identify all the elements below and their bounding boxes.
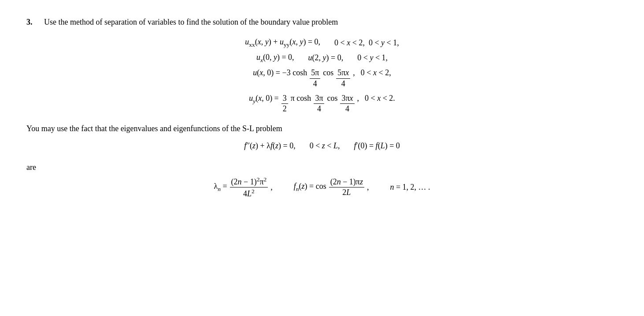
- fn-equation: fn(z) = cos (2n − 1)πz 2L ,: [294, 177, 369, 198]
- sl-range: 0 < z < L,: [310, 141, 340, 151]
- ic2-row: uy(x, 0) = 3 2 π cosh 3π 4 cos 3πx 4 , 0…: [249, 93, 395, 114]
- sl-bc: f′(0) = f(L) = 0: [354, 141, 400, 151]
- ic1-row: u(x, 0) = −3 cosh 5π 4 cos 5πx 4 , 0 < x…: [253, 68, 391, 89]
- ic2-coeff-num: 3: [281, 93, 288, 104]
- fn-frac-num: (2n − 1)πz: [329, 177, 364, 187]
- bc2: u(2, y) = 0,: [308, 53, 344, 62]
- ic1-cos-frac-den: 4: [340, 79, 347, 89]
- problem-intro: Use the method of separation of variable…: [44, 18, 338, 27]
- eigenvalues-row: λn = (2n − 1)2π2 4L2 , fn(z) = cos (2n −…: [26, 176, 618, 199]
- sl-eq: f′′(z) + λf(z) = 0,: [244, 141, 295, 151]
- ic2-comma: ,: [357, 94, 359, 103]
- fn-range: n = 1, 2, … .: [390, 183, 430, 192]
- bc1: ux(0, y) = 0,: [256, 53, 294, 64]
- ic2-cos-frac-num: 3πx: [340, 93, 354, 104]
- ic1-lhs: u(x, 0) = −3 cosh: [253, 68, 307, 77]
- lambda-frac: (2n − 1)2π2 4L2: [230, 176, 268, 199]
- ic1-cos-frac: 5πx 4: [336, 68, 350, 89]
- ic1-cos-frac-num: 5πx: [336, 68, 350, 78]
- ic2-frac-den: 4: [316, 104, 322, 114]
- fn-frac: (2n − 1)πz 2L: [329, 177, 364, 198]
- ic2-pi-cosh: π cosh: [291, 94, 311, 103]
- ic1-range: 0 < x < 2,: [357, 68, 391, 77]
- bc-row: ux(0, y) = 0, u(2, y) = 0, 0 < y < 1,: [256, 53, 388, 64]
- ic2-cos-frac: 3πx 4: [340, 93, 354, 114]
- ic1-comma: ,: [353, 68, 355, 77]
- problem-header: 3. Use the method of separation of varia…: [26, 18, 618, 27]
- ic2-cos-frac-den: 4: [344, 104, 351, 114]
- ic2-frac-num: 3π: [314, 93, 324, 104]
- ic2-range: 0 < x < 2.: [361, 94, 395, 103]
- problem-container: 3. Use the method of separation of varia…: [26, 18, 618, 199]
- ic1-frac-num: 5π: [310, 68, 320, 78]
- sl-equation-row: f′′(z) + λf(z) = 0, 0 < z < L, f′(0) = f…: [26, 141, 618, 151]
- pde-row: uxx(x, y) + uyy(x, y) = 0, 0 < x < 2, 0 …: [245, 37, 399, 48]
- lambda-den: 4L2: [242, 187, 256, 199]
- fn-lhs: fn(z) = cos: [294, 182, 326, 193]
- lambda-num: (2n − 1)2π2: [230, 176, 268, 187]
- ic1-frac-den: 4: [312, 79, 318, 89]
- pde-range: 0 < x < 2, 0 < y < 1,: [334, 38, 399, 48]
- lambda-equation: λn = (2n − 1)2π2 4L2 ,: [214, 176, 272, 199]
- pde-equation: uxx(x, y) + uyy(x, y) = 0,: [245, 37, 320, 48]
- problem-number: 3.: [26, 18, 39, 27]
- ic2-lhs: uy(x, 0) =: [249, 94, 279, 105]
- ic2-cos: cos: [327, 94, 337, 103]
- sl-intro-text: You may use the fact that the eigenvalue…: [26, 124, 618, 133]
- ic1-frac: 5π 4: [310, 68, 320, 89]
- ic2-coeff-den: 2: [281, 104, 288, 114]
- equations-block: uxx(x, y) + uyy(x, y) = 0, 0 < x < 2, 0 …: [26, 37, 618, 114]
- bc-range: 0 < y < 1,: [357, 53, 388, 62]
- lambda-lhs: λn =: [214, 182, 227, 193]
- ic1-cos: cos: [323, 68, 333, 77]
- fn-comma: ,: [367, 183, 369, 192]
- ic2-frac: 3π 4: [314, 93, 324, 114]
- ic2-coeff-frac: 3 2: [281, 93, 288, 114]
- fn-frac-den: 2L: [341, 187, 352, 198]
- are-label: are: [26, 163, 618, 172]
- lambda-comma: ,: [270, 183, 273, 192]
